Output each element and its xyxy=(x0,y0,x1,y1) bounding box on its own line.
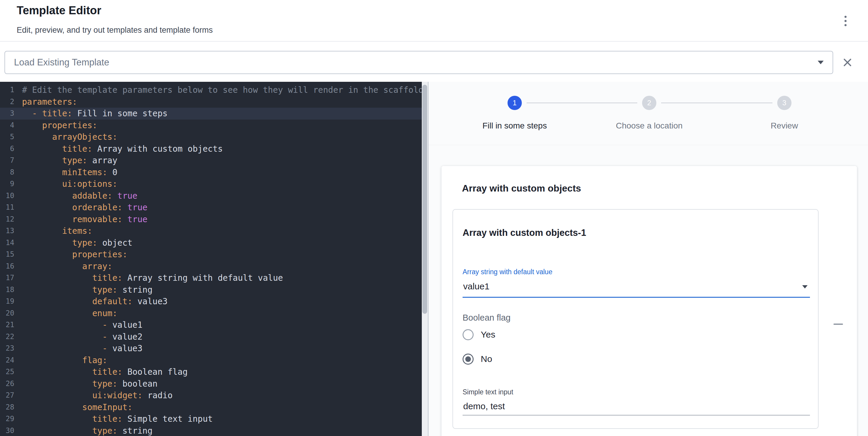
dropdown-arrow-icon xyxy=(818,61,824,64)
text-input-underline xyxy=(463,415,810,415)
radio-option-yes[interactable]: Yes xyxy=(463,327,495,342)
code-line: 6 title: Array with custom objects xyxy=(0,143,428,155)
line-number: 25 xyxy=(0,366,14,378)
form-section-title: Array with custom objects xyxy=(462,183,581,194)
page-header: Template Editor Edit, preview, and try o… xyxy=(0,0,868,42)
close-icon xyxy=(842,57,852,68)
editor-scrollbar[interactable] xyxy=(422,82,428,436)
line-number: 29 xyxy=(0,413,14,425)
line-number: 1 xyxy=(0,84,14,96)
radio-group-label: Boolean flag xyxy=(463,313,510,323)
code-line: 25 title: Boolean flag xyxy=(0,366,428,378)
line-number: 3 xyxy=(0,108,14,120)
line-number: 26 xyxy=(0,378,14,390)
code-line: 29 title: Simple text input xyxy=(0,413,428,425)
line-number: 27 xyxy=(0,390,14,402)
code-line: 14 type: object xyxy=(0,237,428,249)
step-2-circle: 2 xyxy=(642,96,656,110)
code-line: 8 minItems: 0 xyxy=(0,167,428,178)
line-number: 7 xyxy=(0,155,14,167)
line-number: 9 xyxy=(0,178,14,190)
line-number: 12 xyxy=(0,213,14,226)
line-number: 6 xyxy=(0,143,14,155)
code-line: 2parameters: xyxy=(0,96,428,108)
yaml-editor[interactable]: 1# Edit the template parameters below to… xyxy=(0,82,428,436)
code-line: 18 type: string xyxy=(0,284,428,296)
code-line: 10 addable: true xyxy=(0,190,428,202)
minus-icon xyxy=(834,324,843,325)
line-number: 20 xyxy=(0,307,14,320)
code-line: 5 arrayObjects: xyxy=(0,131,428,143)
code-line: 17 title: Array string with default valu… xyxy=(0,272,428,284)
select-field-label: Array string with default value xyxy=(463,268,553,276)
line-number: 16 xyxy=(0,261,14,272)
page-title: Template Editor xyxy=(17,4,101,17)
step-3-circle: 3 xyxy=(777,96,792,110)
code-line: 21 - value1 xyxy=(0,319,428,331)
step-2-label: Choose a location xyxy=(616,121,683,131)
code-line: 3 - title: Fill in some steps xyxy=(0,108,428,120)
array-string-select[interactable]: value1 xyxy=(463,277,810,298)
radio-checked-icon xyxy=(463,354,473,365)
kebab-menu-icon xyxy=(844,20,846,22)
code-line: 4 properties: xyxy=(0,120,428,131)
line-number: 8 xyxy=(0,167,14,178)
code-line: 22 - value2 xyxy=(0,331,428,343)
line-number: 28 xyxy=(0,402,14,413)
code-line: 1# Edit the template parameters below to… xyxy=(0,84,428,96)
form-preview-card: Array with custom objects Array with cus… xyxy=(441,166,857,436)
radio-unchecked-icon xyxy=(463,329,473,340)
more-options-button[interactable] xyxy=(836,11,855,30)
editor-scrollbar-thumb[interactable] xyxy=(423,85,427,314)
line-number: 15 xyxy=(0,248,14,261)
simple-text-input[interactable]: demo, test xyxy=(463,397,810,415)
line-number: 4 xyxy=(0,120,14,131)
select-underline xyxy=(463,297,810,298)
code-line: 23 - value3 xyxy=(0,343,428,355)
line-number: 10 xyxy=(0,190,14,202)
code-line: 26 type: boolean xyxy=(0,378,428,390)
line-number: 21 xyxy=(0,319,14,331)
code-line: 11 orderable: true xyxy=(0,202,428,213)
radio-option-no[interactable]: No xyxy=(463,351,492,367)
code-line: 7 type: array xyxy=(0,155,428,167)
code-line: 13 items: xyxy=(0,225,428,237)
code-line: 19 default: value3 xyxy=(0,296,428,307)
line-number: 22 xyxy=(0,331,14,343)
line-number: 30 xyxy=(0,425,14,436)
step-connector xyxy=(527,103,637,103)
line-number: 23 xyxy=(0,343,14,355)
line-number: 2 xyxy=(0,96,14,108)
code-line: 16 array: xyxy=(0,261,428,272)
preview-panel: 1 2 3 Fill in some steps Choose a locati… xyxy=(429,82,868,436)
select-placeholder: Load Existing Template xyxy=(14,57,109,68)
clear-selection-button[interactable] xyxy=(839,54,856,71)
code-line: 27 ui:widget: radio xyxy=(0,390,428,402)
select-field-value: value1 xyxy=(463,281,489,292)
radio-no-label: No xyxy=(481,354,492,364)
load-template-select[interactable]: Load Existing Template xyxy=(4,51,833,74)
code-line: 30 type: string xyxy=(0,425,428,436)
code-line: 15 properties: xyxy=(0,248,428,261)
page-subtitle: Edit, preview, and try out templates and… xyxy=(17,26,213,35)
line-number: 13 xyxy=(0,225,14,237)
caret-down-icon xyxy=(802,285,808,289)
step-1-label: Fill in some steps xyxy=(483,121,547,131)
line-number: 14 xyxy=(0,237,14,249)
code-line: 9 ui:options: xyxy=(0,178,428,190)
line-number: 19 xyxy=(0,296,14,307)
code-lines: 1# Edit the template parameters below to… xyxy=(0,82,428,436)
array-item-title: Array with custom objects-1 xyxy=(463,228,586,238)
remove-item-button[interactable] xyxy=(829,315,848,334)
code-line: 12 removable: true xyxy=(0,213,428,226)
array-item-card: Array with custom objects-1 Array string… xyxy=(453,209,818,429)
step-connector xyxy=(661,103,772,103)
stepper: 1 2 3 Fill in some steps Choose a locati… xyxy=(429,82,868,145)
line-number: 18 xyxy=(0,284,14,296)
line-number: 17 xyxy=(0,272,14,284)
line-number: 5 xyxy=(0,131,14,143)
line-number: 11 xyxy=(0,202,14,213)
text-field-label: Simple text input xyxy=(463,388,513,396)
step-1-circle: 1 xyxy=(507,96,522,110)
text-field-value: demo, test xyxy=(463,401,505,411)
